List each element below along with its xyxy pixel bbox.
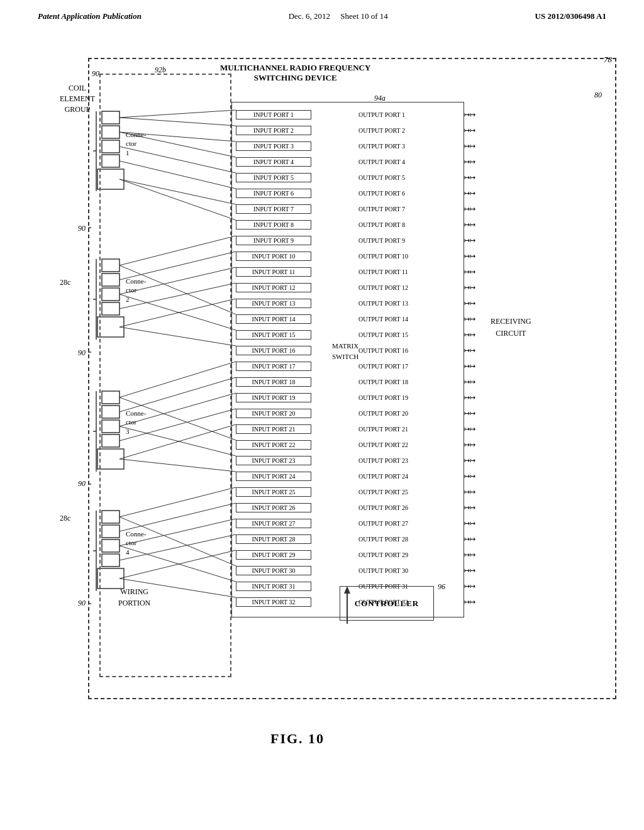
output-port-row-12: OUTPUT PORT 12 — [358, 280, 459, 295]
diagram-title: MULTICHANNEL RADIO FREQUENCY SWITCHING D… — [220, 63, 370, 83]
output-arrow-15: ↦↦ — [464, 327, 475, 342]
input-port-row-28: INPUT PORT 28 — [236, 531, 336, 546]
input-port-8: INPUT PORT 8 — [236, 220, 311, 230]
input-port-14: INPUT PORT 14 — [236, 314, 311, 324]
input-port-15: INPUT PORT 15 — [236, 330, 311, 340]
output-port-row-9: OUTPUT PORT 9 — [358, 233, 459, 248]
output-arrow-6: ↦↦ — [464, 185, 475, 201]
input-port-16: INPUT PORT 16 — [236, 346, 311, 355]
input-port-row-1: INPUT PORT 1 — [236, 107, 336, 122]
output-port-row-27: OUTPUT PORT 27 — [358, 516, 459, 531]
output-arrow-7: ↦↦ — [464, 201, 475, 216]
input-port-row-24: INPUT PORT 24 — [236, 468, 336, 484]
output-port-row-29: OUTPUT PORT 29 — [358, 547, 459, 562]
input-port-28: INPUT PORT 28 — [236, 534, 311, 544]
output-port-row-26: OUTPUT PORT 26 — [358, 500, 459, 515]
input-port-row-9: INPUT PORT 9 — [236, 233, 336, 248]
output-port-row-6: OUTPUT PORT 6 — [358, 185, 459, 201]
input-port-row-14: INPUT PORT 14 — [236, 311, 336, 326]
coil-line1: COIL — [60, 83, 95, 94]
output-port-row-13: OUTPUT PORT 13 — [358, 296, 459, 311]
ref-90: 90 — [92, 69, 99, 79]
output-arrow-26: ↦↦ — [464, 500, 475, 515]
output-arrow-5: ↦↦ — [464, 170, 475, 185]
wiring-portion-label: WIRING PORTION — [118, 586, 150, 609]
input-port-26: INPUT PORT 26 — [236, 503, 311, 512]
input-port-row-10: INPUT PORT 10 — [236, 248, 336, 263]
receiving-line2: CIRCUIT — [491, 328, 531, 340]
input-port-32: INPUT PORT 32 — [236, 597, 311, 607]
input-port-row-19: INPUT PORT 19 — [236, 390, 336, 405]
ref-90-conn3: 90 — [78, 479, 86, 489]
input-port-24: INPUT PORT 24 — [236, 472, 311, 481]
output-arrow-14: ↦↦ — [464, 311, 475, 326]
input-port-row-11: INPUT PORT 11 — [236, 264, 336, 279]
output-arrow-13: ↦↦ — [464, 296, 475, 311]
wiring-line1: WIRING — [118, 586, 150, 597]
header-patent-number: US 2012/0306498 A1 — [535, 11, 606, 21]
connector-2-label: Conne- ctor 2 — [126, 277, 146, 304]
header-sheet: Sheet 10 of 14 — [340, 11, 387, 21]
input-port-row-8: INPUT PORT 8 — [236, 217, 336, 232]
output-arrow-16: ↦↦ — [464, 343, 475, 358]
output-port-row-20: OUTPUT PORT 20 — [358, 406, 459, 421]
page-header: Patent Application Publication Dec. 6, 2… — [0, 0, 644, 26]
input-port-21: INPUT PORT 21 — [236, 424, 311, 434]
output-port-row-22: OUTPUT PORT 22 — [358, 437, 459, 452]
input-port-30: INPUT PORT 30 — [236, 566, 311, 575]
input-port-row-13: INPUT PORT 13 — [236, 296, 336, 311]
output-arrow-11: ↦↦ — [464, 264, 475, 279]
input-port-9: INPUT PORT 9 — [236, 236, 311, 245]
ref-90-conn2: 90 — [78, 348, 86, 358]
output-arrow-27: ↦↦ — [464, 516, 475, 531]
output-port-row-24: OUTPUT PORT 24 — [358, 468, 459, 484]
input-port-7: INPUT PORT 7 — [236, 204, 311, 214]
output-arrow-12: ↦↦ — [464, 280, 475, 295]
output-arrow-9: ↦↦ — [464, 233, 475, 248]
output-arrow-24: ↦↦ — [464, 468, 475, 484]
output-port-row-25: OUTPUT PORT 25 — [358, 484, 459, 499]
coil-line2: ELEMENT — [60, 94, 95, 104]
input-port-row-18: INPUT PORT 18 — [236, 374, 336, 389]
input-port-row-3: INPUT PORT 3 — [236, 138, 336, 153]
output-port-row-19: OUTPUT PORT 19 — [358, 390, 459, 405]
input-port-row-4: INPUT PORT 4 — [236, 154, 336, 169]
output-arrow-29: ↦↦ — [464, 547, 475, 562]
output-arrow-10: ↦↦ — [464, 248, 475, 263]
input-port-2: INPUT PORT 2 — [236, 126, 311, 135]
input-port-18: INPUT PORT 18 — [236, 377, 311, 387]
input-port-row-27: INPUT PORT 27 — [236, 516, 336, 531]
output-port-row-18: OUTPUT PORT 18 — [358, 374, 459, 389]
input-port-row-6: INPUT PORT 6 — [236, 185, 336, 201]
header-publication-label: Patent Application Publication — [38, 11, 142, 21]
input-port-12: INPUT PORT 12 — [236, 283, 311, 292]
input-port-row-21: INPUT PORT 21 — [236, 421, 336, 436]
ref-90-conn4: 90 — [78, 599, 86, 608]
input-port-row-23: INPUT PORT 23 — [236, 453, 336, 468]
input-port-17: INPUT PORT 17 — [236, 362, 311, 371]
output-port-row-4: OUTPUT PORT 4 — [358, 154, 459, 169]
input-port-31: INPUT PORT 31 — [236, 582, 311, 591]
input-port-row-32: INPUT PORT 32 — [236, 594, 336, 609]
output-arrow-8: ↦↦ — [464, 217, 475, 232]
input-port-6: INPUT PORT 6 — [236, 189, 311, 198]
input-port-row-30: INPUT PORT 30 — [236, 563, 336, 578]
output-port-row-1: OUTPUT PORT 1 — [358, 107, 459, 122]
input-port-3: INPUT PORT 3 — [236, 141, 311, 151]
input-port-5: INPUT PORT 5 — [236, 173, 311, 182]
output-arrow-3: ↦↦ — [464, 138, 475, 153]
output-port-row-5: OUTPUT PORT 5 — [358, 170, 459, 185]
output-arrow-25: ↦↦ — [464, 484, 475, 499]
input-port-25: INPUT PORT 25 — [236, 487, 311, 497]
output-arrow-20: ↦↦ — [464, 406, 475, 421]
output-port-row-14: OUTPUT PORT 14 — [358, 311, 459, 326]
input-port-row-29: INPUT PORT 29 — [236, 547, 336, 562]
output-port-row-28: OUTPUT PORT 28 — [358, 531, 459, 546]
title-line2: SWITCHING DEVICE — [220, 73, 370, 83]
input-port-20: INPUT PORT 20 — [236, 409, 311, 418]
ref-90-conn1: 90 — [78, 224, 86, 233]
input-port-row-7: INPUT PORT 7 — [236, 201, 336, 216]
input-ports-container: INPUT PORT 1INPUT PORT 2INPUT PORT 3INPU… — [236, 107, 336, 610]
ref-92b: 92b — [155, 65, 166, 75]
output-arrow-2: ↦↦ — [464, 123, 475, 138]
